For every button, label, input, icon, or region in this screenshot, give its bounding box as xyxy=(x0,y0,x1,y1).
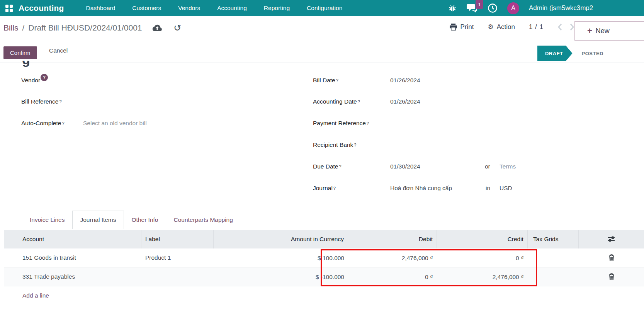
cell-debit[interactable]: 2,476,000 ₫ xyxy=(348,248,437,267)
nav-item-dashboard[interactable]: Dashboard xyxy=(86,5,116,12)
recipient-bank-input[interactable] xyxy=(390,140,475,150)
field-vendor: Vendor ? xyxy=(21,76,48,85)
status-badge-draft[interactable]: DRAFT xyxy=(537,46,573,61)
auto-complete-label: Auto-Complete xyxy=(21,120,61,127)
new-button[interactable]: + New xyxy=(574,21,644,41)
payment-terms-input[interactable]: Terms xyxy=(500,162,516,171)
cell-credit[interactable]: 0 ₫ xyxy=(437,248,528,267)
currency-value: USD xyxy=(500,185,512,192)
journal-input[interactable]: Hoá đơn Nhà cung cấp xyxy=(390,184,452,193)
col-header-tax-grids[interactable]: Tax Grids xyxy=(528,230,579,248)
journal-currency-input[interactable]: USD xyxy=(500,184,512,193)
nav-item-customers[interactable]: Customers xyxy=(132,5,161,12)
trash-icon[interactable] xyxy=(608,254,615,261)
journal-items-table: Account Label Amount in Currency Debit C… xyxy=(4,230,644,305)
cell-amount-in-currency[interactable]: $ -100.000 xyxy=(214,267,348,286)
tab-other-info[interactable]: Other Info xyxy=(124,211,166,229)
bill-reference-label: Bill Reference xyxy=(21,98,59,105)
control-panel-right: Print ⚙ Action 1 / 1 xyxy=(450,23,574,31)
add-line-row: Add a line xyxy=(4,286,644,305)
field-accounting-date: Accounting Date ? xyxy=(313,97,360,106)
field-auto-complete: Auto-Complete ? xyxy=(21,119,65,128)
confirm-button[interactable]: Confirm xyxy=(3,46,37,59)
user-avatar[interactable]: A xyxy=(507,2,519,14)
tab-journal-items[interactable]: Journal Items xyxy=(72,211,124,229)
vendor-help-icon: ? xyxy=(41,74,48,81)
nav-item-configuration[interactable]: Configuration xyxy=(307,5,342,12)
breadcrumb: Bills / Draft Bill HĐUSD/2024/01/0001 ↺ xyxy=(3,23,182,32)
bill-date-input[interactable]: 01/26/2024 xyxy=(390,76,420,85)
cell-debit[interactable]: 0 ₫ xyxy=(348,267,437,286)
action-button[interactable]: ⚙ Action xyxy=(488,23,515,31)
bill-date-help-icon: ? xyxy=(336,78,338,83)
save-cloud-icon[interactable] xyxy=(152,24,162,32)
gear-icon: ⚙ xyxy=(488,23,493,31)
journal-help-icon: ? xyxy=(333,186,336,191)
bug-icon[interactable] xyxy=(448,4,457,12)
due-date-input[interactable]: 01/30/2024 xyxy=(390,162,420,171)
nav-item-accounting[interactable]: Accounting xyxy=(217,5,247,12)
tab-invoice-lines[interactable]: Invoice Lines xyxy=(22,211,72,229)
cell-credit[interactable]: 2,476,000 ₫ xyxy=(437,267,528,286)
notebook-tabs: Invoice Lines Journal Items Other Info C… xyxy=(4,211,241,229)
chevron-right-icon[interactable] xyxy=(570,23,574,31)
state-statusbar: DRAFT POSTED xyxy=(537,46,603,61)
cancel-button[interactable]: Cancel xyxy=(49,47,68,54)
user-name[interactable]: Admin (jsm5wkc3mp2 xyxy=(529,4,593,12)
field-journal: Journal ? xyxy=(313,184,336,193)
accounting-date-label: Accounting Date xyxy=(313,98,357,105)
add-a-line-link[interactable]: Add a line xyxy=(4,292,49,299)
accounting-date-value: 01/26/2024 xyxy=(390,98,420,105)
nav-item-reporting[interactable]: Reporting xyxy=(264,5,290,12)
due-date-or: or xyxy=(485,162,490,171)
auto-complete-input[interactable]: Select an old vendor bill xyxy=(83,119,147,128)
col-header-credit[interactable]: Credit xyxy=(437,230,528,248)
app-name[interactable]: Accounting xyxy=(19,3,64,13)
cell-label[interactable]: Product 1 xyxy=(141,254,214,261)
bill-reference-help-icon: ? xyxy=(59,99,62,104)
col-header-debit[interactable]: Debit xyxy=(348,230,437,248)
apps-grid-icon[interactable] xyxy=(5,5,13,12)
field-bill-date: Bill Date ? xyxy=(313,76,338,85)
cell-account[interactable]: 151 Goods in transit xyxy=(4,254,141,261)
table-row[interactable]: 331 Trade payables $ -100.000 0 ₫ 2,476,… xyxy=(4,267,644,286)
messages-icon[interactable]: 1 xyxy=(466,3,478,13)
in-text: in xyxy=(486,185,490,192)
payment-reference-help-icon: ? xyxy=(367,121,369,126)
due-date-value: 01/30/2024 xyxy=(390,163,420,170)
col-header-label[interactable]: Label xyxy=(141,230,214,248)
table-header-row: Account Label Amount in Currency Debit C… xyxy=(4,230,644,248)
due-date-label: Due Date xyxy=(313,163,338,170)
navbar-right: 1 A Admin (jsm5wkc3mp2 xyxy=(448,0,644,16)
payment-reference-input[interactable] xyxy=(390,119,475,128)
row-actions-cell xyxy=(579,273,644,280)
status-badge-posted[interactable]: POSTED xyxy=(582,51,603,56)
trash-icon[interactable] xyxy=(608,273,615,280)
col-header-account[interactable]: Account xyxy=(4,230,141,248)
new-label: New xyxy=(596,27,610,35)
nav-item-vendors[interactable]: Vendors xyxy=(178,5,200,12)
accounting-date-input[interactable]: 01/26/2024 xyxy=(390,97,420,106)
message-count-badge: 1 xyxy=(476,0,483,9)
chevron-left-icon[interactable] xyxy=(557,23,562,31)
navbar-left: Accounting Dashboard Customers Vendors A… xyxy=(0,3,342,13)
payment-reference-label: Payment Reference xyxy=(313,120,366,127)
activities-clock-icon[interactable] xyxy=(488,3,498,13)
cell-amount-in-currency[interactable]: $ 100.000 xyxy=(214,248,348,267)
optional-columns-cell xyxy=(579,230,644,248)
or-text: or xyxy=(485,163,490,170)
discard-undo-icon[interactable]: ↺ xyxy=(174,23,182,32)
breadcrumb-bills-link[interactable]: Bills xyxy=(3,23,19,32)
tab-counterparts-mapping[interactable]: Counterparts Mapping xyxy=(166,211,240,229)
printer-icon xyxy=(450,24,457,31)
journal-value: Hoá đơn Nhà cung cấp xyxy=(390,185,452,192)
recipient-bank-label: Recipient Bank xyxy=(313,141,353,148)
sliders-icon[interactable] xyxy=(608,236,615,243)
col-header-amount-in-currency[interactable]: Amount in Currency xyxy=(214,230,348,248)
print-label: Print xyxy=(460,23,474,31)
table-row[interactable]: 151 Goods in transit Product 1 $ 100.000… xyxy=(4,248,644,267)
journal-label: Journal xyxy=(313,185,333,192)
pager-counter: 1 / 1 xyxy=(529,23,544,31)
print-button[interactable]: Print xyxy=(450,23,474,31)
cell-account[interactable]: 331 Trade payables xyxy=(4,273,141,280)
